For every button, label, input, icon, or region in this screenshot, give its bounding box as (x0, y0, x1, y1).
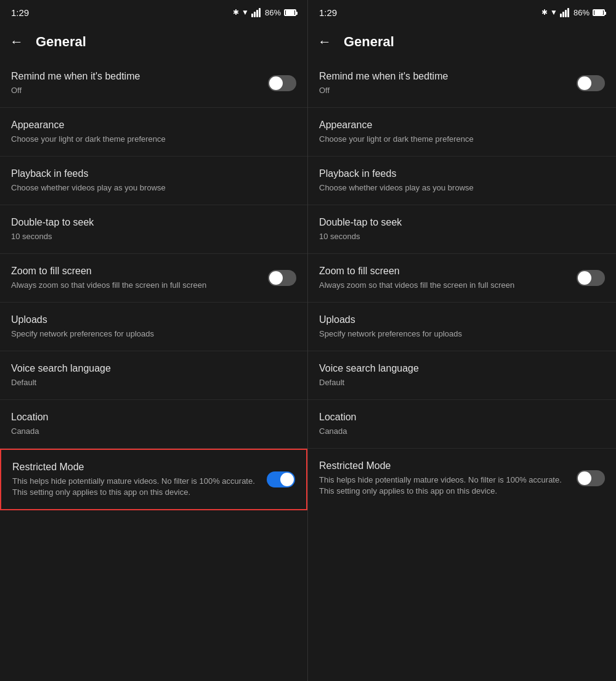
setting-title-location: Location (319, 411, 598, 424)
setting-item-playback[interactable]: Playback in feedsChoose whether videos p… (0, 157, 307, 205)
status-bar: 1:29 ✱ ▼ 86% (308, 0, 616, 25)
setting-item-text: Restricted ModeThis helps hide potential… (12, 461, 267, 498)
setting-item-location[interactable]: LocationCanada (0, 400, 307, 448)
setting-item-text: Zoom to fill screenAlways zoom so that v… (319, 265, 577, 291)
setting-title-zoom: Zoom to fill screen (11, 265, 261, 278)
battery-icon (284, 9, 296, 16)
bluetooth-icon: ✱ (541, 8, 548, 17)
setting-title-appearance: Appearance (11, 119, 289, 132)
setting-subtitle-playback: Choose whether videos play as you browse (11, 182, 289, 194)
setting-subtitle-uploads: Specify network preferences for uploads (319, 328, 598, 340)
status-time: 1:29 (319, 7, 337, 18)
battery-percent: 86% (573, 8, 590, 17)
setting-subtitle-voice: Default (319, 377, 598, 388)
setting-title-restricted: Restricted Mode (319, 460, 569, 473)
setting-item-location[interactable]: LocationCanada (308, 400, 616, 448)
setting-title-location: Location (11, 411, 289, 424)
wifi-icon: ▼ (550, 8, 557, 17)
toggle-bedtime[interactable] (268, 75, 296, 91)
setting-item-restricted[interactable]: Restricted ModeThis helps hide potential… (0, 449, 307, 510)
setting-title-restricted: Restricted Mode (12, 461, 259, 474)
setting-item-text: UploadsSpecify network preferences for u… (11, 314, 296, 340)
setting-subtitle-appearance: Choose your light or dark theme preferen… (11, 134, 289, 145)
setting-item-zoom[interactable]: Zoom to fill screenAlways zoom so that v… (308, 254, 616, 302)
back-button[interactable]: ← (10, 34, 23, 50)
toggle-zoom[interactable] (268, 270, 296, 286)
setting-subtitle-playback: Choose whether videos play as you browse (319, 182, 598, 194)
toggle-thumb (578, 271, 591, 285)
setting-item-text: UploadsSpecify network preferences for u… (319, 314, 605, 340)
toggle-thumb (269, 76, 283, 90)
top-bar: ← General (308, 25, 616, 59)
status-icons: ✱ ▼ 86% (233, 8, 296, 17)
setting-subtitle-restricted: This helps hide potentially mature video… (319, 475, 569, 497)
setting-item-zoom[interactable]: Zoom to fill screenAlways zoom so that v… (0, 254, 307, 302)
setting-item-uploads[interactable]: UploadsSpecify network preferences for u… (0, 303, 307, 351)
setting-subtitle-uploads: Specify network preferences for uploads (11, 328, 289, 340)
toggle-restricted[interactable] (577, 470, 605, 486)
setting-subtitle-restricted: This helps hide potentially mature video… (12, 476, 259, 498)
setting-item-doubletap[interactable]: Double-tap to seek10 seconds (308, 205, 616, 253)
setting-item-doubletap[interactable]: Double-tap to seek10 seconds (0, 205, 307, 253)
setting-item-restricted[interactable]: Restricted ModeThis helps hide potential… (308, 449, 616, 508)
setting-item-text: Voice search languageDefault (319, 362, 605, 388)
battery-icon (593, 9, 605, 16)
toggle-zoom[interactable] (577, 270, 605, 286)
setting-item-text: Playback in feedsChoose whether videos p… (319, 168, 605, 194)
toggle-thumb (578, 471, 591, 485)
setting-item-text: Voice search languageDefault (11, 362, 296, 388)
settings-list: Remind me when it's bedtimeOffAppearance… (308, 59, 616, 681)
signal-icon (560, 8, 569, 17)
setting-item-text: AppearanceChoose your light or dark them… (11, 119, 296, 145)
page-title: General (344, 34, 394, 50)
page-title: General (36, 34, 86, 50)
setting-item-voice[interactable]: Voice search languageDefault (308, 351, 616, 399)
setting-title-bedtime: Remind me when it's bedtime (319, 70, 569, 83)
setting-title-uploads: Uploads (319, 314, 598, 327)
bluetooth-icon: ✱ (233, 8, 239, 17)
status-time: 1:29 (11, 7, 29, 18)
setting-item-appearance[interactable]: AppearanceChoose your light or dark them… (308, 108, 616, 156)
setting-item-uploads[interactable]: UploadsSpecify network preferences for u… (308, 303, 616, 351)
setting-subtitle-bedtime: Off (319, 85, 569, 96)
setting-item-text: LocationCanada (11, 411, 296, 437)
setting-title-doubletap: Double-tap to seek (319, 216, 598, 229)
setting-item-text: AppearanceChoose your light or dark them… (319, 119, 605, 145)
setting-item-text: LocationCanada (319, 411, 605, 437)
setting-item-text: Double-tap to seek10 seconds (11, 216, 296, 242)
setting-title-uploads: Uploads (11, 314, 289, 327)
toggle-thumb (578, 76, 591, 90)
setting-item-bedtime[interactable]: Remind me when it's bedtimeOff (308, 59, 616, 107)
setting-item-playback[interactable]: Playback in feedsChoose whether videos p… (308, 157, 616, 205)
setting-title-voice: Voice search language (319, 362, 598, 375)
setting-subtitle-zoom: Always zoom so that videos fill the scre… (319, 280, 569, 291)
toggle-restricted[interactable] (267, 471, 295, 487)
back-button[interactable]: ← (318, 34, 331, 50)
setting-title-appearance: Appearance (319, 119, 598, 132)
setting-item-text: Restricted ModeThis helps hide potential… (319, 460, 577, 497)
setting-item-bedtime[interactable]: Remind me when it's bedtimeOff (0, 59, 307, 107)
wifi-icon: ▼ (241, 8, 249, 17)
setting-title-doubletap: Double-tap to seek (11, 216, 289, 229)
toggle-bedtime[interactable] (577, 75, 605, 91)
setting-item-voice[interactable]: Voice search languageDefault (0, 351, 307, 399)
setting-subtitle-doubletap: 10 seconds (319, 231, 598, 242)
setting-item-text: Remind me when it's bedtimeOff (319, 70, 577, 96)
setting-subtitle-location: Canada (319, 426, 598, 437)
signal-icon (251, 8, 261, 17)
phone-panel-left: 1:29 ✱ ▼ 86% ← General Remind me when it… (0, 0, 308, 681)
setting-item-text: Zoom to fill screenAlways zoom so that v… (11, 265, 268, 291)
setting-subtitle-voice: Default (11, 377, 289, 388)
setting-title-voice: Voice search language (11, 362, 289, 375)
setting-title-bedtime: Remind me when it's bedtime (11, 70, 261, 83)
setting-item-appearance[interactable]: AppearanceChoose your light or dark them… (0, 108, 307, 156)
toggle-thumb (280, 473, 294, 486)
battery-percent: 86% (265, 8, 281, 17)
toggle-thumb (269, 271, 283, 285)
setting-subtitle-zoom: Always zoom so that videos fill the scre… (11, 280, 261, 291)
setting-subtitle-appearance: Choose your light or dark theme preferen… (319, 134, 598, 145)
settings-list: Remind me when it's bedtimeOffAppearance… (0, 59, 307, 681)
setting-subtitle-location: Canada (11, 426, 289, 437)
status-bar: 1:29 ✱ ▼ 86% (0, 0, 307, 25)
setting-item-text: Playback in feedsChoose whether videos p… (11, 168, 296, 194)
